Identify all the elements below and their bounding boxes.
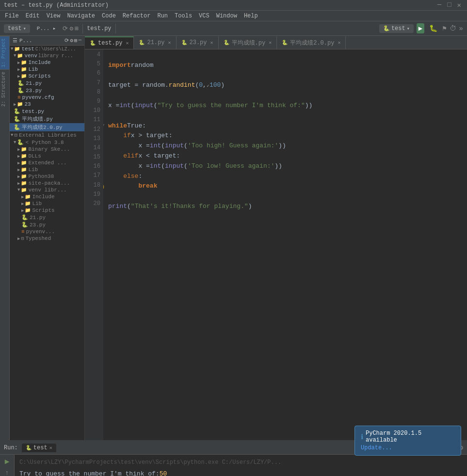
project-panel: ☰ P... ⟳ ⚙ ⊞ ─ ▼ 📁 test C:\Users\LZ... ▼… (10, 36, 85, 440)
run-tab-close[interactable]: ✕ (49, 445, 52, 451)
code-line-17: 🔒 break (108, 181, 467, 191)
tree-pyvenv[interactable]: ≡ pyvenv.cfg (10, 94, 84, 101)
notification-update-link[interactable]: Update... (361, 444, 392, 451)
menu-view[interactable]: View (44, 12, 64, 20)
tree-include[interactable]: ▶ 📁 Include (10, 59, 84, 66)
tab-21py-close[interactable]: ✕ (168, 40, 171, 46)
tab-avg2py[interactable]: 🐍 平均成绩2.0.py ✕ (277, 36, 346, 49)
project-gear-btn[interactable]: ⚙ (70, 37, 73, 44)
tree-avg2py[interactable]: 🐍 平均成绩2.0.py (10, 123, 84, 131)
lib2-icon: 📁 (21, 167, 27, 173)
menu-help[interactable]: Help (241, 12, 261, 20)
minimize-btn[interactable]: ─ (437, 1, 441, 9)
tree-23py[interactable]: 🐍 23.py (10, 87, 84, 94)
tab-avg2py-close[interactable]: ✕ (338, 40, 340, 46)
project-dropdown[interactable]: test ▾ (4, 24, 30, 33)
tree-sitepackages[interactable]: ▶ 📁 site-packa... (10, 180, 84, 187)
project-collapse-btn[interactable]: ─ (78, 37, 81, 44)
tree-pyvenv2[interactable]: ≡ pyvenv... (10, 228, 84, 235)
menu-edit[interactable]: Edit (23, 12, 43, 20)
code-content[interactable]: import random target = random.randint(0,… (103, 49, 467, 440)
fold-arrow: ▼ (103, 122, 105, 130)
file-tree: ▼ 📁 test C:\Users\LZ... ▼ 📁 venv library… (10, 46, 84, 440)
close-btn[interactable]: ✕ (457, 1, 461, 9)
more-btn[interactable]: » (459, 25, 463, 32)
run-output-container: ▶ ↑ ↓ ⇌ ⇓ 🗑 C:\Users\LZY\PycharmProjects… (0, 455, 467, 476)
sidebar-structure-label[interactable]: 2: Structure (0, 69, 9, 109)
settings-icon[interactable]: ⚙ (69, 25, 73, 32)
title-text: test – test.py (Administrator) (4, 2, 109, 9)
sidebar-project-label[interactable]: 1: Project (0, 36, 9, 69)
tree-python38[interactable]: ▼ 🐍 < Python 3.8 (10, 139, 84, 146)
dlls-arrow: ▶ (17, 154, 20, 159)
tree-lib[interactable]: ▶ 📁 Lib (10, 66, 84, 73)
tree-extended[interactable]: ▶ 📁 Extended ... (10, 159, 84, 166)
run-button[interactable]: ▶ (417, 23, 424, 33)
run-output: C:\Users\LZY\PycharmProjects\test\venv\S… (15, 455, 467, 476)
tree-23py2[interactable]: 🐍 23.py (10, 221, 84, 228)
run-tab-test[interactable]: 🐍 test ✕ (22, 444, 56, 452)
info-icon: ℹ (361, 433, 363, 441)
nav-bar-btn[interactable]: P... ▸ (33, 24, 60, 32)
menu-refactor[interactable]: Refactor (120, 12, 154, 20)
tree-root[interactable]: ▼ 📁 test C:\Users\LZ... (10, 46, 84, 52)
sep2 (115, 24, 116, 33)
code-line-10 (108, 111, 467, 121)
tree-scripts[interactable]: ▶ 📁 Scripts (10, 73, 84, 79)
tree-21py2[interactable]: 🐍 21.py (10, 214, 84, 221)
tree-venv[interactable]: ▼ 📁 venv library r... (10, 52, 84, 59)
tree-23folder[interactable]: ▶ 📁 23 (10, 101, 84, 108)
tab-23py[interactable]: 🐍 23.py ✕ (177, 36, 219, 49)
maximize-btn[interactable]: □ (447, 1, 451, 9)
folder23-arrow: ▶ (14, 102, 16, 107)
tree-lib3[interactable]: ▶ 📁 Lib (10, 200, 84, 207)
tree-21py[interactable]: 🐍 21.py (10, 79, 84, 87)
tab-avgpy-close[interactable]: ✕ (269, 40, 272, 46)
main-area: 1: Project 2: Structure ☰ P... ⟳ ⚙ ⊞ ─ ▼… (0, 36, 467, 440)
folder23-icon: 📁 (17, 101, 23, 107)
menu-file[interactable]: File (2, 12, 22, 20)
py2-icon-21: 🐍 (21, 214, 28, 221)
folder-icon: 📁 (14, 46, 20, 52)
tab-21py[interactable]: 🐍 21.py ✕ (134, 36, 176, 49)
menu-navigate[interactable]: Navigate (64, 12, 98, 20)
menu-window[interactable]: Window (213, 12, 240, 20)
tree-typeshed[interactable]: ▶ ⊟ Typeshed (10, 235, 84, 242)
tab-testpy[interactable]: 🐍 test.py ✕ (85, 36, 134, 49)
code-line-7: target = random.randint(0,↙100) (108, 80, 467, 91)
run-config-selector[interactable]: 🐍 test ▾ (379, 24, 414, 33)
tree-scripts2[interactable]: ▶ 📁 Scripts (10, 207, 84, 214)
py38f-arrow: ▶ (17, 174, 20, 179)
sync-icon[interactable]: ⟳ (63, 25, 68, 32)
menu-code[interactable]: Code (99, 12, 119, 20)
coverage-btn[interactable]: ⚑ (442, 24, 446, 32)
debug-button[interactable]: 🐛 (427, 23, 439, 33)
tab-avgpy[interactable]: 🐍 平均成绩.py ✕ (219, 36, 277, 49)
tab-23py-close[interactable]: ✕ (210, 40, 213, 46)
project-expand-btn[interactable]: ⊞ (74, 37, 78, 44)
run-play-btn[interactable]: ▶ (5, 457, 10, 466)
notification-popup: ℹ PyCharm 2020.1.5 available Update... (354, 426, 461, 456)
tree-py38folder[interactable]: ▶ 📁 Python38 (10, 173, 84, 180)
window-controls: ─ □ ✕ (435, 1, 463, 9)
tree-include2[interactable]: ▶ 📁 Include (10, 193, 84, 200)
tree-binsku[interactable]: ▶ 📁 Binary Ske... (10, 146, 84, 153)
tree-venv2[interactable]: ▼ 📁 venv libr... (10, 187, 84, 193)
tree-testpy[interactable]: 🐍 test.py (10, 108, 84, 115)
include-arrow: ▶ (17, 60, 20, 65)
project-tools: ⟳ ⚙ ⊞ ─ (64, 37, 81, 44)
profile-btn[interactable]: ⏱ (450, 25, 456, 32)
py38f-icon: 📁 (21, 174, 27, 179)
tree-extlibs[interactable]: ▼ ⊟ External Libraries (10, 131, 84, 139)
tree-dlls[interactable]: ▶ 📁 DLLs (10, 153, 84, 159)
tree-avgpy[interactable]: 🐍 平均成绩.py (10, 115, 84, 123)
expand-icon[interactable]: ⊞ (75, 25, 79, 32)
tab-testpy-close[interactable]: ✕ (126, 40, 129, 46)
run-up-btn[interactable]: ↑ (5, 469, 9, 476)
menu-tools[interactable]: Tools (172, 12, 195, 20)
tree-lib2[interactable]: ▶ 📁 Lib (10, 166, 84, 173)
menu-run[interactable]: Run (154, 12, 171, 20)
project-sync-btn[interactable]: ⟳ (64, 37, 69, 44)
title-bar: test – test.py (Administrator) ─ □ ✕ (0, 0, 467, 11)
menu-vcs[interactable]: VCS (196, 12, 212, 20)
